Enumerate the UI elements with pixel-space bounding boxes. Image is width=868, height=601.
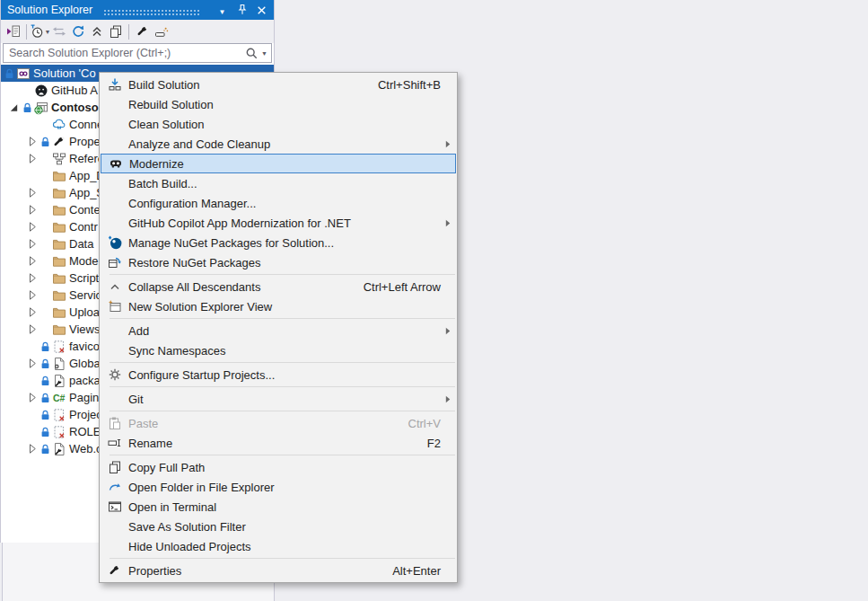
sparkle-bar-icon (154, 24, 169, 39)
menu-item-label: New Solution Explorer View (128, 300, 457, 314)
paste-icon (101, 416, 128, 430)
menu-item-github-copilot-app-modernization-for-net[interactable]: GitHub Copilot App Modernization for .NE… (100, 213, 457, 233)
search-icon[interactable] (245, 47, 259, 60)
menu-item-label: Configuration Manager... (128, 197, 457, 210)
menu-item-save-as-solution-filter[interactable]: Save As Solution Filter (100, 517, 457, 536)
expander-collapsed-icon[interactable] (26, 393, 39, 402)
menu-item-label: Open in Terminal (128, 500, 457, 514)
expander-collapsed-icon[interactable] (26, 307, 39, 317)
tree-item-label: packa (66, 374, 101, 387)
properties-wrench-button[interactable] (133, 22, 152, 40)
file-wrench-icon (51, 442, 66, 456)
lock-icon (21, 102, 33, 113)
expander-collapsed-icon[interactable] (26, 188, 39, 198)
terminal-icon (101, 499, 128, 514)
search-placeholder: Search Solution Explorer (Ctrl+;) (9, 47, 245, 59)
tree-item-label: Data (66, 237, 93, 251)
expander-collapsed-icon[interactable] (26, 444, 39, 454)
collapse-all-icon (90, 24, 104, 39)
web-project-icon (33, 101, 48, 115)
properties-wrench-icon (136, 24, 150, 39)
csharp-file-icon: C# (51, 391, 66, 405)
menu-item-configuration-manager[interactable]: Configuration Manager... (100, 193, 457, 213)
menu-item-label: Save As Solution Filter (128, 520, 457, 534)
menu-item-label: Collapse All Descendants (128, 280, 364, 294)
lock-icon (39, 137, 51, 147)
menu-item-modernize[interactable]: Modernize (101, 154, 456, 173)
menu-item-rename[interactable]: RenameF2 (100, 433, 457, 453)
expander-expanded-icon[interactable] (8, 103, 21, 112)
menu-item-properties[interactable]: PropertiesAlt+Enter (100, 561, 457, 580)
menu-item-add[interactable]: Add (100, 321, 457, 340)
folder-icon (51, 169, 66, 183)
expander-collapsed-icon[interactable] (26, 358, 39, 368)
menu-item-rebuild-solution[interactable]: Rebuild Solution (100, 94, 457, 114)
build-icon (101, 77, 128, 92)
expander-collapsed-icon[interactable] (26, 205, 39, 215)
collapse-chevron-icon (101, 279, 128, 294)
search-input[interactable]: Search Solution Explorer (Ctrl+;) ▼ (3, 43, 272, 63)
menu-item-label: Manage NuGet Packages for Solution... (128, 236, 457, 250)
gear-icon (101, 367, 128, 382)
menu-item-label: Add (128, 324, 457, 338)
expander-collapsed-icon[interactable] (26, 290, 39, 300)
menu-item-open-in-terminal[interactable]: Open in Terminal (100, 497, 457, 517)
close-button[interactable] (255, 4, 268, 17)
menu-item-git[interactable]: Git (100, 389, 457, 409)
expander-collapsed-icon[interactable] (26, 137, 39, 146)
tree-item-label: Projec (66, 408, 102, 421)
switch-views-icon (52, 24, 66, 39)
expander-collapsed-icon[interactable] (26, 273, 39, 283)
copy-items-button[interactable] (106, 22, 125, 40)
menu-item-configure-startup-projects[interactable]: Configure Startup Projects... (100, 365, 457, 384)
menu-item-collapse-all-descendants[interactable]: Collapse All DescendantsCtrl+Left Arrow (100, 277, 457, 296)
tree-item-label: Script (66, 271, 99, 285)
sparkle-bar-button[interactable] (152, 22, 171, 40)
connected-services-icon (51, 118, 66, 132)
menu-item-restore-nuget-packages[interactable]: Restore NuGet Packages (100, 252, 457, 272)
menu-item-new-solution-explorer-view[interactable]: New Solution Explorer View (100, 296, 457, 316)
expander-collapsed-icon[interactable] (26, 154, 39, 164)
window-position-button[interactable]: ▼ (215, 4, 229, 17)
menu-item-sync-namespaces[interactable]: Sync Namespaces (100, 340, 457, 360)
panel-titlebar: Solution Explorer ▼ (1, 0, 274, 20)
expander-collapsed-icon[interactable] (26, 324, 39, 334)
menu-separator (110, 558, 455, 559)
collapse-all-button[interactable] (87, 22, 106, 40)
menu-item-shortcut: F2 (427, 437, 441, 450)
menu-item-build-solution[interactable]: Build SolutionCtrl+Shift+B (100, 75, 457, 94)
pending-changes-filter-button[interactable]: ▼ (31, 22, 49, 40)
toolbar-separator (128, 24, 129, 40)
menu-item-open-folder-in-file-explorer[interactable]: Open Folder in File Explorer (100, 477, 457, 497)
sync-with-active-document-button[interactable] (4, 22, 22, 40)
menu-item-copy-full-path[interactable]: Copy Full Path (100, 457, 457, 477)
menu-item-paste: PasteCtrl+V (100, 413, 457, 433)
expander-collapsed-icon[interactable] (26, 239, 39, 249)
tree-item-label: Contr (66, 220, 98, 234)
menu-item-label: Batch Build... (128, 177, 457, 190)
menu-item-label: Build Solution (128, 78, 378, 92)
switch-views-button[interactable] (49, 22, 68, 40)
menu-item-hide-unloaded-projects[interactable]: Hide Unloaded Projects (100, 536, 457, 556)
tree-item-label: Solution 'Co (31, 66, 96, 80)
tree-item-label: Servic (66, 288, 101, 302)
window-position-icon: ▼ (219, 2, 226, 18)
drag-grip[interactable] (103, 9, 200, 16)
menu-separator (110, 318, 455, 319)
menu-item-manage-nuget-packages-for-solution[interactable]: Manage NuGet Packages for Solution... (100, 233, 457, 252)
menu-item-shortcut: Ctrl+Left Arrow (364, 280, 441, 294)
pin-button[interactable] (235, 4, 249, 17)
menu-item-clean-solution[interactable]: Clean Solution (100, 114, 457, 134)
menu-item-analyze-and-code-cleanup[interactable]: Analyze and Code Cleanup (100, 134, 457, 154)
menu-item-batch-build[interactable]: Batch Build... (100, 173, 457, 193)
svg-text:C#: C# (53, 393, 66, 403)
refresh-button[interactable] (68, 22, 87, 40)
search-options-caret-icon[interactable]: ▼ (261, 50, 267, 57)
expander-collapsed-icon[interactable] (26, 256, 39, 266)
github-icon (33, 84, 48, 98)
pin-icon (236, 4, 249, 16)
expander-collapsed-icon[interactable] (26, 222, 39, 232)
folder-icon (51, 186, 66, 200)
folder-icon (51, 237, 66, 252)
menu-item-shortcut: Alt+Enter (392, 564, 441, 578)
